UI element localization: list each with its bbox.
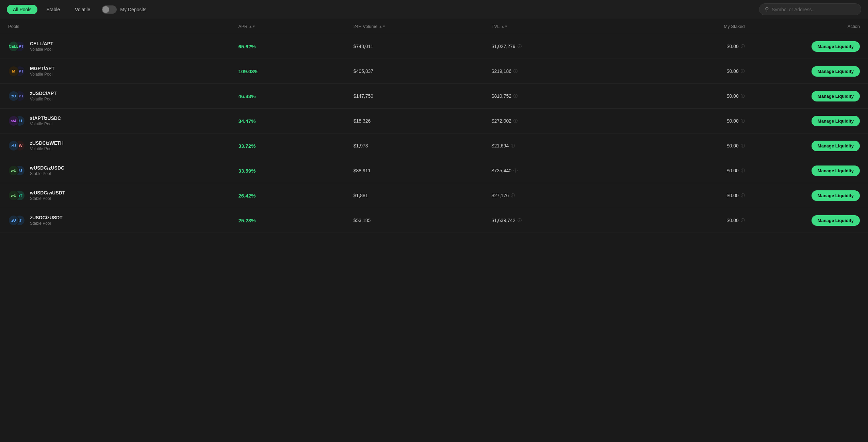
col-header-pools: Pools	[8, 24, 238, 29]
my-deposits-toggle[interactable]	[102, 5, 117, 14]
action-cell: Manage Liquidity	[745, 91, 860, 101]
tvl-info-icon[interactable]: ⓘ	[518, 218, 522, 223]
pool-cell: CELL APT CELL/APT Volatile Pool	[8, 40, 238, 52]
tvl-info-icon[interactable]: ⓘ	[513, 118, 518, 124]
tvl-cell: $21,694 ⓘ	[492, 143, 630, 149]
table-row: zU APT zUSDC/APT Volatile Pool 46.83% $1…	[0, 84, 868, 109]
staked-info-icon[interactable]: ⓘ	[741, 168, 745, 174]
staked-value: $0.00	[727, 143, 739, 148]
pool-name: CELL/APT	[30, 41, 53, 46]
tvl-cell: $219,186 ⓘ	[492, 68, 630, 74]
staked-value: $0.00	[727, 218, 739, 223]
token-icon-1: stA	[8, 115, 19, 126]
manage-liquidity-button[interactable]: Manage Liquidity	[812, 215, 860, 226]
pool-icons: zU APT	[8, 90, 26, 102]
manage-liquidity-button[interactable]: Manage Liquidity	[812, 41, 860, 52]
pool-info: wUSDC/zUSDC Stable Pool	[30, 165, 64, 176]
tvl-value: $27,176	[492, 193, 509, 198]
pool-icons: CELL APT	[8, 40, 26, 52]
staked-cell: $0.00 ⓘ	[630, 118, 745, 124]
staked-info-icon[interactable]: ⓘ	[741, 93, 745, 99]
action-cell: Manage Liquidity	[745, 116, 860, 126]
staked-cell: $0.00 ⓘ	[630, 218, 745, 223]
tvl-sort-icon[interactable]: ▲▼	[501, 25, 508, 28]
tvl-value: $810,752	[492, 93, 511, 99]
volume-value: $88,911	[354, 168, 492, 173]
col-header-staked: My Staked	[630, 24, 745, 29]
staked-info-icon[interactable]: ⓘ	[741, 68, 745, 74]
pool-type: Volatile Pool	[30, 47, 53, 52]
manage-liquidity-button[interactable]: Manage Liquidity	[812, 116, 860, 126]
volume-value: $1,881	[354, 193, 492, 198]
tvl-info-icon[interactable]: ⓘ	[513, 68, 518, 74]
filter-all-pools[interactable]: All Pools	[7, 5, 37, 14]
pool-cell: zU APT zUSDC/APT Volatile Pool	[8, 90, 238, 102]
table-body: CELL APT CELL/APT Volatile Pool 65.62% $…	[0, 34, 868, 233]
search-icon: ⚲	[765, 6, 769, 13]
search-wrapper: ⚲	[759, 3, 861, 15]
tvl-info-icon[interactable]: ⓘ	[513, 168, 518, 174]
volume-value: $147,750	[354, 93, 492, 99]
pool-type: Volatile Pool	[30, 97, 57, 101]
apr-sort-icon[interactable]: ▲▼	[249, 25, 256, 28]
filter-stable[interactable]: Stable	[40, 5, 66, 14]
token-icon-1: zU	[8, 91, 19, 101]
action-cell: Manage Liquidity	[745, 41, 860, 52]
staked-info-icon[interactable]: ⓘ	[741, 118, 745, 124]
manage-liquidity-button[interactable]: Manage Liquidity	[812, 165, 860, 176]
staked-cell: $0.00 ⓘ	[630, 44, 745, 49]
pool-cell: zU zT zUSDC/zUSDT Stable Pool	[8, 214, 238, 226]
tvl-info-icon[interactable]: ⓘ	[518, 44, 522, 49]
tvl-info-icon[interactable]: ⓘ	[513, 93, 518, 99]
manage-liquidity-button[interactable]: Manage Liquidity	[812, 190, 860, 201]
table-row: M APT MGPT/APT Volatile Pool 109.03% $40…	[0, 59, 868, 84]
pool-cell: zU zW zUSDC/zWETH Volatile Pool	[8, 140, 238, 152]
tvl-value: $1,639,742	[492, 218, 515, 223]
staked-info-icon[interactable]: ⓘ	[741, 218, 745, 223]
table-row: stA zU stAPT/zUSDC Volatile Pool 34.47% …	[0, 109, 868, 133]
manage-liquidity-button[interactable]: Manage Liquidity	[812, 66, 860, 77]
pools-table: Pools APR ▲▼ 24H Volume ▲▼ TVL ▲▼ My Sta…	[0, 19, 868, 233]
apr-value: 34.47%	[238, 118, 353, 124]
manage-liquidity-button[interactable]: Manage Liquidity	[812, 141, 860, 151]
col-header-action: Action	[745, 24, 860, 29]
volume-sort-icon[interactable]: ▲▼	[379, 25, 386, 28]
filter-volatile[interactable]: Volatile	[69, 5, 96, 14]
pool-type: Stable Pool	[30, 221, 63, 226]
token-icon-1: M	[8, 66, 19, 77]
pool-icons: zU zW	[8, 140, 26, 152]
manage-liquidity-button[interactable]: Manage Liquidity	[812, 91, 860, 101]
col-header-volume: 24H Volume ▲▼	[354, 24, 492, 29]
table-row: zU zW zUSDC/zWETH Volatile Pool 33.72% $…	[0, 133, 868, 158]
staked-value: $0.00	[727, 168, 739, 173]
volume-value: $18,326	[354, 118, 492, 124]
pool-icons: M APT	[8, 65, 26, 77]
apr-value: 33.59%	[238, 168, 353, 174]
apr-value: 46.83%	[238, 93, 353, 99]
staked-info-icon[interactable]: ⓘ	[741, 193, 745, 199]
action-cell: Manage Liquidity	[745, 141, 860, 151]
volume-value: $748,011	[354, 44, 492, 49]
pool-type: Stable Pool	[30, 171, 64, 176]
apr-value: 25.28%	[238, 218, 353, 223]
pool-info: MGPT/APT Volatile Pool	[30, 66, 54, 77]
pool-info: zUSDC/zUSDT Stable Pool	[30, 215, 63, 226]
pool-name: zUSDC/zWETH	[30, 140, 64, 146]
tvl-info-icon[interactable]: ⓘ	[511, 143, 515, 149]
pool-info: zUSDC/zWETH Volatile Pool	[30, 140, 64, 151]
pool-cell: M APT MGPT/APT Volatile Pool	[8, 65, 238, 77]
pool-type: Volatile Pool	[30, 146, 64, 151]
token-icon-1: wU	[8, 190, 19, 201]
table-row: wU wT wUSDC/wUSDT Stable Pool 26.42% $1,…	[0, 183, 868, 208]
tvl-cell: $810,752 ⓘ	[492, 93, 630, 99]
pool-type: Stable Pool	[30, 196, 65, 201]
search-input[interactable]	[772, 7, 855, 12]
staked-info-icon[interactable]: ⓘ	[741, 44, 745, 49]
pool-info: stAPT/zUSDC Volatile Pool	[30, 115, 61, 126]
token-icon-1: zU	[8, 215, 19, 226]
staked-info-icon[interactable]: ⓘ	[741, 143, 745, 149]
tvl-info-icon[interactable]: ⓘ	[511, 193, 515, 199]
action-cell: Manage Liquidity	[745, 190, 860, 201]
tvl-value: $272,002	[492, 118, 511, 124]
action-cell: Manage Liquidity	[745, 215, 860, 226]
